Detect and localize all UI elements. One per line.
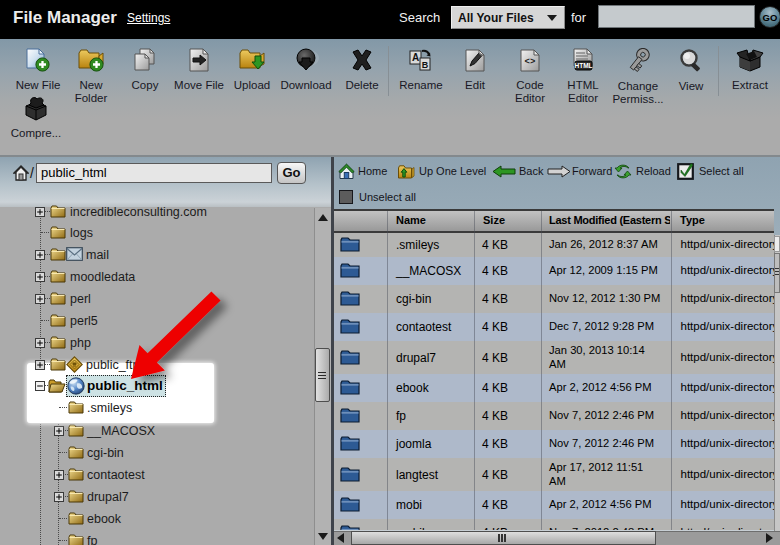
svg-text:A: A — [412, 52, 419, 63]
svg-text:<>: <> — [525, 57, 536, 67]
svg-text:B: B — [422, 60, 429, 70]
svg-text:HTML: HTML — [574, 62, 592, 69]
